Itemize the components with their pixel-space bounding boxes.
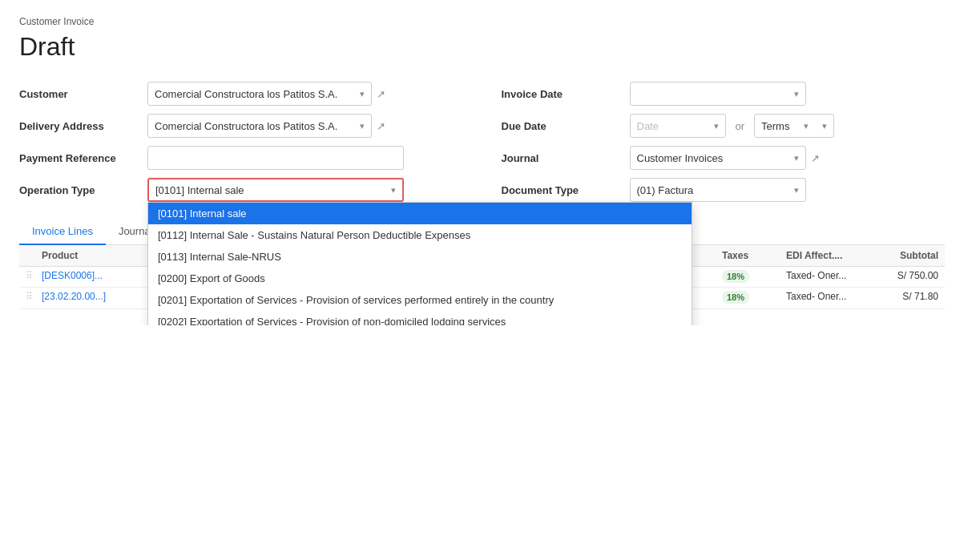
terms-input[interactable]: Terms ▾ bbox=[754, 114, 834, 138]
dropdown-item[interactable]: [0112] Internal Sale - Sustains Natural … bbox=[148, 224, 692, 246]
breadcrumb: Customer Invoice bbox=[19, 16, 945, 27]
due-date-input[interactable]: Date bbox=[630, 114, 726, 138]
due-date-field: Date or Terms ▾ bbox=[630, 114, 946, 138]
invoice-date-field bbox=[630, 82, 946, 106]
dropdown-item[interactable]: [0202] Exportation of Services - Provisi… bbox=[148, 311, 692, 325]
tax-badge: 18% bbox=[722, 291, 749, 304]
drag-handle[interactable]: ⠿ bbox=[26, 291, 42, 302]
dropdown-item[interactable]: [0201] Exportation of Services - Provisi… bbox=[148, 289, 692, 311]
page-title: Draft bbox=[19, 32, 945, 62]
subtotal-cell: S/ 750.00 bbox=[866, 270, 938, 281]
tax-badge-cell: 18% bbox=[722, 291, 786, 304]
operation-type-value: [0101] Internal sale bbox=[155, 184, 244, 196]
delivery-value: Comercial Constructora los Patitos S.A. bbox=[155, 120, 360, 132]
customer-external-link[interactable] bbox=[377, 88, 385, 100]
document-type-row: Document Type (01) Factura bbox=[502, 174, 946, 206]
delivery-external-link[interactable] bbox=[377, 120, 385, 132]
operation-type-row: Operation Type [0101] Internal sale [010… bbox=[19, 174, 482, 206]
terms-label: Terms bbox=[761, 120, 789, 132]
document-type-value: (01) Factura bbox=[637, 184, 794, 196]
col-subtotal: Subtotal bbox=[866, 250, 938, 261]
edi-cell: Taxed- Oner... bbox=[786, 270, 866, 281]
delivery-field: Comercial Constructora los Patitos S.A. bbox=[147, 114, 482, 138]
drag-handle[interactable]: ⠿ bbox=[26, 270, 42, 281]
dropdown-item[interactable]: [0101] Internal sale bbox=[148, 203, 692, 224]
document-type-field: (01) Factura bbox=[630, 178, 946, 202]
journal-field: Customer Invoices bbox=[630, 146, 946, 170]
form-grid: Customer Comercial Constructora los Pati… bbox=[19, 78, 945, 206]
payment-ref-row: Payment Reference bbox=[19, 142, 482, 174]
document-type-label: Document Type bbox=[502, 184, 630, 196]
journal-label: Journal bbox=[502, 152, 630, 164]
payment-ref-field bbox=[147, 146, 482, 170]
dropdown-item[interactable]: [0113] Internal Sale-NRUS bbox=[148, 246, 692, 268]
delivery-input[interactable]: Comercial Constructora los Patitos S.A. bbox=[147, 114, 372, 138]
col-taxes: Taxes bbox=[722, 250, 786, 261]
tax-badge: 18% bbox=[722, 270, 749, 283]
or-text: or bbox=[736, 120, 745, 132]
operation-type-label: Operation Type bbox=[19, 184, 147, 196]
page-container: Customer Invoice Draft Customer Comercia… bbox=[0, 0, 964, 325]
payment-ref-label: Payment Reference bbox=[19, 152, 147, 164]
journal-row: Journal Customer Invoices bbox=[502, 142, 946, 174]
form-left: Customer Comercial Constructora los Pati… bbox=[19, 78, 482, 206]
customer-field: Comercial Constructora los Patitos S.A. bbox=[147, 82, 482, 106]
due-date-label: Due Date bbox=[502, 120, 630, 132]
delivery-row: Delivery Address Comercial Constructora … bbox=[19, 110, 482, 142]
journal-value: Customer Invoices bbox=[637, 152, 794, 164]
operation-type-input[interactable]: [0101] Internal sale bbox=[147, 178, 404, 202]
invoice-date-input[interactable] bbox=[630, 82, 806, 106]
due-date-row: Due Date Date or Terms ▾ bbox=[502, 110, 946, 142]
customer-input[interactable]: Comercial Constructora los Patitos S.A. bbox=[147, 82, 372, 106]
journal-input[interactable]: Customer Invoices bbox=[630, 146, 806, 170]
tax-badge-cell: 18% bbox=[722, 270, 786, 283]
edi-cell: Taxed- Oner... bbox=[786, 291, 866, 302]
invoice-date-row: Invoice Date bbox=[502, 78, 946, 110]
col-edi: EDI Affect.... bbox=[786, 250, 866, 261]
customer-row: Customer Comercial Constructora los Pati… bbox=[19, 78, 482, 110]
delivery-label: Delivery Address bbox=[19, 120, 147, 132]
subtotal-cell: S/ 71.80 bbox=[866, 291, 938, 302]
col-drag bbox=[26, 250, 42, 261]
document-type-input[interactable]: (01) Factura bbox=[630, 178, 806, 202]
payment-ref-input[interactable] bbox=[147, 146, 404, 170]
journal-external-link[interactable] bbox=[811, 152, 820, 164]
dropdown-item[interactable]: [0200] Export of Goods bbox=[148, 268, 692, 289]
customer-label: Customer bbox=[19, 88, 147, 100]
tab-invoice-lines[interactable]: Invoice Lines bbox=[19, 219, 106, 245]
dropdown-items-container: [0101] Internal sale[0112] Internal Sale… bbox=[148, 203, 692, 325]
form-right: Invoice Date Due Date Date or Terms bbox=[482, 78, 946, 206]
customer-value: Comercial Constructora los Patitos S.A. bbox=[155, 88, 360, 100]
operation-type-dropdown: [0101] Internal sale[0112] Internal Sale… bbox=[147, 202, 692, 325]
invoice-date-label: Invoice Date bbox=[502, 88, 630, 100]
terms-arrow-icon: ▾ bbox=[804, 121, 809, 131]
due-date-placeholder: Date bbox=[637, 120, 659, 132]
operation-type-container: [0101] Internal sale [0101] Internal sal… bbox=[147, 178, 404, 202]
